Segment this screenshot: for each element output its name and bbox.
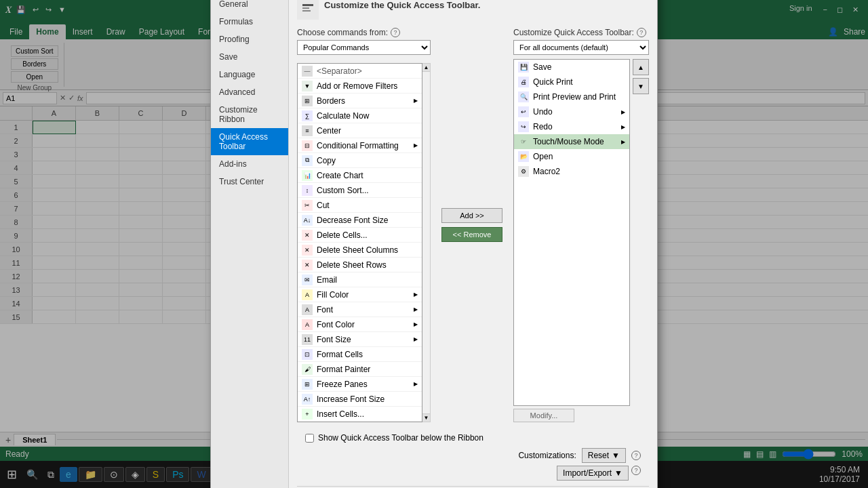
separator-icon: — xyxy=(302,66,313,77)
list-item-font-color[interactable]: A Font Color ▶ xyxy=(298,317,422,332)
commands-from-info-icon[interactable]: ? xyxy=(391,28,400,37)
list-item-delete-sheet-columns[interactable]: ✕ Delete Sheet Columns xyxy=(298,243,422,258)
email-label: Email xyxy=(317,275,337,285)
customize-section: Customizations: Reset ▼ ? xyxy=(305,448,641,463)
toolbar-item-save[interactable]: 💾 Save xyxy=(514,60,629,75)
list-item-create-chart[interactable]: 📊 Create Chart xyxy=(298,168,422,183)
import-export-btn[interactable]: Import/Export ▼ xyxy=(557,466,629,481)
reset-label: Reset xyxy=(588,451,609,460)
reset-btn[interactable]: Reset ▼ xyxy=(582,448,626,463)
format-cells-icon: ⊡ xyxy=(302,349,313,360)
sidebar-item-addins[interactable]: Add-ins xyxy=(211,155,288,173)
list-item-custom-sort[interactable]: ↕ Custom Sort... xyxy=(298,183,422,198)
sidebar-item-quick-access-toolbar[interactable]: Quick Access Toolbar xyxy=(211,128,288,155)
list-item-insert-cells[interactable]: + Insert Cells... xyxy=(298,407,422,422)
scrollbar-track[interactable] xyxy=(422,72,430,413)
modify-btn[interactable]: Modify... xyxy=(513,409,574,422)
open-toolbar-label: Open xyxy=(533,152,553,161)
list-item-copy[interactable]: ⧉ Copy xyxy=(298,153,422,168)
list-item-increase-font-size[interactable]: A↑ Increase Font Size xyxy=(298,392,422,407)
save-toolbar-icon: 💾 xyxy=(518,62,529,73)
import-export-row: Import/Export ▼ ? xyxy=(305,466,641,481)
sidebar-item-formulas[interactable]: Formulas xyxy=(211,13,288,30)
move-up-btn[interactable]: ▲ xyxy=(633,59,649,75)
commands-from-select[interactable]: Popular Commands xyxy=(297,40,431,55)
increase-font-icon: A↑ xyxy=(302,394,313,405)
remove-btn[interactable]: << Remove xyxy=(441,227,502,242)
svg-rect-2 xyxy=(302,10,311,12)
scrollbar-down-arrow[interactable]: ▼ xyxy=(422,413,430,422)
customize-toolbar-select[interactable]: For all documents (default) xyxy=(513,40,649,55)
freeze-label: Freeze Panes xyxy=(317,380,368,389)
list-item-borders[interactable]: ⊞ Borders ▶ xyxy=(298,94,422,108)
list-item-delete-sheet-rows[interactable]: ✕ Delete Sheet Rows xyxy=(298,258,422,272)
toolbar-item-undo[interactable]: ↩ Undo ▶ xyxy=(514,104,629,119)
touch-mode-label: Touch/Mouse Mode xyxy=(533,137,604,146)
font-label: Font xyxy=(317,305,333,314)
list-item-font-size[interactable]: 11 Font Size ▶ xyxy=(298,332,422,347)
toolbar-item-print-preview[interactable]: 🔍 Print Preview and Print xyxy=(514,89,629,104)
list-item-calculate-now[interactable]: ∑ Calculate Now xyxy=(298,108,422,123)
list-item-center[interactable]: ≡ Center xyxy=(298,123,422,138)
sidebar-item-language[interactable]: Language xyxy=(211,66,288,83)
font-color-submenu-icon: ▶ xyxy=(414,321,418,327)
list-item-cut[interactable]: ✂ Cut xyxy=(298,198,422,213)
show-toolbar-checkbox[interactable] xyxy=(305,434,314,443)
list-item-font[interactable]: A Font ▶ xyxy=(298,302,422,317)
customize-toolbar-info-icon[interactable]: ? xyxy=(637,28,646,37)
undo-toolbar-icon: ↩ xyxy=(518,106,529,117)
toolbar-item-open[interactable]: 📂 Open xyxy=(514,149,629,164)
reset-info-icon[interactable]: ? xyxy=(631,451,641,460)
list-item-add-remove-filters[interactable]: ▼ Add or Remove Filters xyxy=(298,79,422,94)
sidebar-item-advanced[interactable]: Advanced xyxy=(211,83,288,101)
commands-from-label: Choose commands from: ? xyxy=(297,28,431,37)
sidebar-item-general[interactable]: General xyxy=(211,0,288,13)
list-item-format-painter[interactable]: 🖌 Format Painter xyxy=(298,362,422,377)
redo-toolbar-icon: ↪ xyxy=(518,121,529,132)
delete-cols-label: Delete Sheet Columns xyxy=(317,245,398,255)
toolbar-item-redo[interactable]: ↪ Redo ▶ xyxy=(514,119,629,134)
insert-cells-label: Insert Cells... xyxy=(317,409,364,419)
sidebar-item-trust-center[interactable]: Trust Center xyxy=(211,173,288,190)
cond-format-icon: ⊟ xyxy=(302,140,313,151)
list-item-delete-cells[interactable]: ✕ Delete Cells... xyxy=(298,228,422,243)
fill-color-label: Fill Color xyxy=(317,290,349,300)
email-icon: ✉ xyxy=(302,274,313,285)
dialog-body: General Formulas Proofing Save Language … xyxy=(211,0,657,488)
list-item-decrease-font-size[interactable]: A↓ Decrease Font Size xyxy=(298,213,422,228)
format-cells-label: Format Cells xyxy=(317,350,363,359)
import-export-label: Import/Export xyxy=(563,468,612,478)
add-btn[interactable]: Add >> xyxy=(441,208,502,223)
toolbar-item-macro2[interactable]: ⚙ Macro2 xyxy=(514,164,629,179)
commands-from-text: Choose commands from: xyxy=(297,28,388,37)
list-item-separator[interactable]: — <Separator> xyxy=(298,64,422,79)
commands-layout: Choose commands from: ? Popular Commands xyxy=(297,28,649,422)
list-item-conditional-formatting[interactable]: ⊟ Conditional Formatting ▶ xyxy=(298,138,422,153)
list-item-email[interactable]: ✉ Email xyxy=(298,272,422,287)
content-icon xyxy=(297,0,319,20)
toolbar-item-quick-print[interactable]: 🖨 Quick Print xyxy=(514,75,629,89)
excel-options-dialog: Excel Options ? × General Formulas Proof… xyxy=(210,0,658,488)
delete-cells-label: Delete Cells... xyxy=(317,230,368,240)
cond-format-label: Conditional Formatting xyxy=(317,141,399,150)
increase-font-label: Increase Font Size xyxy=(317,394,384,404)
center-label: Center xyxy=(317,126,341,136)
import-export-info-icon[interactable]: ? xyxy=(631,466,641,475)
cut-label: Cut xyxy=(317,201,330,210)
dialog-content: Customize the Quick Access Toolbar. Choo… xyxy=(289,0,657,488)
sidebar-item-save[interactable]: Save xyxy=(211,48,288,66)
toolbar-icon xyxy=(301,2,315,16)
commands-scrollbar[interactable]: ▲ ▼ xyxy=(422,63,431,422)
sidebar-item-proofing[interactable]: Proofing xyxy=(211,30,288,48)
scrollbar-up-arrow[interactable]: ▲ xyxy=(422,64,430,72)
dialog-bottom: Show Quick Access Toolbar below the Ribb… xyxy=(297,428,649,486)
move-down-btn[interactable]: ▼ xyxy=(633,78,649,94)
list-item-freeze-panes[interactable]: ⊞ Freeze Panes ▶ xyxy=(298,377,422,392)
modal-overlay: Excel Options ? × General Formulas Proof… xyxy=(0,0,868,488)
chart-label: Create Chart xyxy=(317,171,363,180)
sidebar-item-customize-ribbon[interactable]: Customize Ribbon xyxy=(211,101,288,128)
list-item-format-cells[interactable]: ⊡ Format Cells xyxy=(298,347,422,362)
delete-rows-label: Delete Sheet Rows xyxy=(317,260,387,270)
toolbar-item-touch-mode[interactable]: ☞ Touch/Mouse Mode ▶ xyxy=(514,134,629,149)
list-item-fill-color[interactable]: A Fill Color ▶ xyxy=(298,287,422,302)
